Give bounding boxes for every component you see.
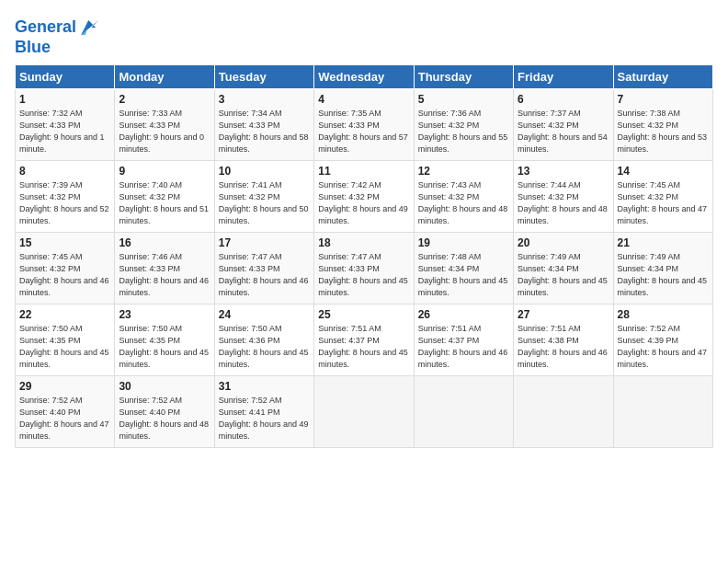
calendar-cell — [414, 375, 513, 447]
calendar-cell: 16 Sunrise: 7:46 AM Sunset: 4:33 PM Dayl… — [115, 232, 214, 304]
day-number: 7 — [618, 93, 709, 106]
day-number: 4 — [318, 93, 409, 106]
day-info: Sunrise: 7:45 AM Sunset: 4:32 PM Dayligh… — [618, 179, 709, 227]
day-info: Sunrise: 7:48 AM Sunset: 4:34 PM Dayligh… — [418, 251, 509, 299]
calendar-table: SundayMondayTuesdayWednesdayThursdayFrid… — [15, 64, 713, 448]
day-number: 30 — [119, 380, 210, 393]
day-number: 23 — [119, 308, 210, 321]
calendar-cell: 2 Sunrise: 7:33 AM Sunset: 4:33 PM Dayli… — [115, 88, 214, 160]
calendar-cell: 27 Sunrise: 7:51 AM Sunset: 4:38 PM Dayl… — [514, 304, 613, 375]
logo-text: General — [15, 18, 76, 37]
day-number: 31 — [219, 380, 310, 393]
calendar-cell: 9 Sunrise: 7:40 AM Sunset: 4:32 PM Dayli… — [115, 160, 214, 232]
calendar-cell: 31 Sunrise: 7:52 AM Sunset: 4:41 PM Dayl… — [214, 375, 313, 447]
calendar-cell: 13 Sunrise: 7:44 AM Sunset: 4:32 PM Dayl… — [514, 160, 613, 232]
logo-icon — [78, 17, 100, 39]
day-info: Sunrise: 7:50 AM Sunset: 4:35 PM Dayligh… — [19, 323, 110, 371]
calendar-cell: 30 Sunrise: 7:52 AM Sunset: 4:40 PM Dayl… — [115, 375, 214, 447]
day-info: Sunrise: 7:42 AM Sunset: 4:32 PM Dayligh… — [318, 179, 409, 227]
day-number: 2 — [119, 93, 210, 106]
day-info: Sunrise: 7:40 AM Sunset: 4:32 PM Dayligh… — [119, 179, 210, 227]
calendar-cell: 24 Sunrise: 7:50 AM Sunset: 4:36 PM Dayl… — [214, 304, 313, 375]
calendar-cell: 19 Sunrise: 7:48 AM Sunset: 4:34 PM Dayl… — [414, 232, 513, 304]
logo-text2: Blue — [15, 39, 100, 57]
day-info: Sunrise: 7:51 AM Sunset: 4:37 PM Dayligh… — [318, 323, 409, 371]
calendar-cell: 28 Sunrise: 7:52 AM Sunset: 4:39 PM Dayl… — [613, 304, 712, 375]
day-number: 21 — [618, 236, 709, 249]
weekday-sunday: Sunday — [16, 64, 115, 88]
day-info: Sunrise: 7:39 AM Sunset: 4:32 PM Dayligh… — [19, 179, 110, 227]
weekday-tuesday: Tuesday — [214, 64, 313, 88]
day-number: 15 — [19, 236, 110, 249]
day-number: 20 — [518, 236, 609, 249]
day-number: 19 — [418, 236, 509, 249]
day-number: 27 — [518, 308, 609, 321]
day-info: Sunrise: 7:46 AM Sunset: 4:33 PM Dayligh… — [119, 251, 210, 299]
day-info: Sunrise: 7:38 AM Sunset: 4:32 PM Dayligh… — [618, 108, 709, 155]
week-row-1: 8 Sunrise: 7:39 AM Sunset: 4:32 PM Dayli… — [16, 160, 713, 232]
day-info: Sunrise: 7:49 AM Sunset: 4:34 PM Dayligh… — [618, 251, 709, 299]
calendar-cell: 15 Sunrise: 7:45 AM Sunset: 4:32 PM Dayl… — [16, 232, 115, 304]
day-info: Sunrise: 7:44 AM Sunset: 4:32 PM Dayligh… — [518, 179, 609, 227]
day-info: Sunrise: 7:41 AM Sunset: 4:32 PM Dayligh… — [219, 179, 310, 227]
day-info: Sunrise: 7:35 AM Sunset: 4:33 PM Dayligh… — [318, 108, 409, 155]
day-number: 14 — [618, 165, 709, 178]
day-info: Sunrise: 7:47 AM Sunset: 4:33 PM Dayligh… — [219, 251, 310, 299]
day-number: 6 — [518, 93, 609, 106]
day-info: Sunrise: 7:52 AM Sunset: 4:40 PM Dayligh… — [119, 395, 210, 442]
day-number: 25 — [318, 308, 409, 321]
weekday-saturday: Saturday — [613, 64, 712, 88]
day-number: 13 — [518, 165, 609, 178]
day-number: 24 — [219, 308, 310, 321]
day-info: Sunrise: 7:36 AM Sunset: 4:32 PM Dayligh… — [418, 108, 509, 155]
day-info: Sunrise: 7:52 AM Sunset: 4:39 PM Dayligh… — [618, 323, 709, 371]
week-row-2: 15 Sunrise: 7:45 AM Sunset: 4:32 PM Dayl… — [16, 232, 713, 304]
calendar-cell: 7 Sunrise: 7:38 AM Sunset: 4:32 PM Dayli… — [613, 88, 712, 160]
calendar-cell: 25 Sunrise: 7:51 AM Sunset: 4:37 PM Dayl… — [314, 304, 414, 375]
day-number: 11 — [318, 165, 409, 178]
weekday-wednesday: Wednesday — [314, 64, 414, 88]
day-info: Sunrise: 7:47 AM Sunset: 4:33 PM Dayligh… — [318, 251, 409, 299]
day-number: 16 — [119, 236, 210, 249]
week-row-3: 22 Sunrise: 7:50 AM Sunset: 4:35 PM Dayl… — [16, 304, 713, 375]
day-number: 29 — [19, 380, 110, 393]
calendar-cell: 1 Sunrise: 7:32 AM Sunset: 4:33 PM Dayli… — [16, 88, 115, 160]
day-number: 1 — [19, 93, 110, 106]
day-info: Sunrise: 7:49 AM Sunset: 4:34 PM Dayligh… — [518, 251, 609, 299]
weekday-monday: Monday — [115, 64, 214, 88]
day-info: Sunrise: 7:52 AM Sunset: 4:41 PM Dayligh… — [219, 395, 310, 442]
day-number: 8 — [19, 165, 110, 178]
calendar-cell: 20 Sunrise: 7:49 AM Sunset: 4:34 PM Dayl… — [514, 232, 613, 304]
calendar-cell: 23 Sunrise: 7:50 AM Sunset: 4:35 PM Dayl… — [115, 304, 214, 375]
calendar-cell: 10 Sunrise: 7:41 AM Sunset: 4:32 PM Dayl… — [214, 160, 313, 232]
weekday-header-row: SundayMondayTuesdayWednesdayThursdayFrid… — [16, 64, 713, 88]
day-number: 5 — [418, 93, 509, 106]
week-row-0: 1 Sunrise: 7:32 AM Sunset: 4:33 PM Dayli… — [16, 88, 713, 160]
calendar-cell: 11 Sunrise: 7:42 AM Sunset: 4:32 PM Dayl… — [314, 160, 414, 232]
day-info: Sunrise: 7:33 AM Sunset: 4:33 PM Dayligh… — [119, 108, 210, 155]
calendar-cell — [514, 375, 613, 447]
day-number: 17 — [219, 236, 310, 249]
day-number: 18 — [318, 236, 409, 249]
calendar-cell: 29 Sunrise: 7:52 AM Sunset: 4:40 PM Dayl… — [16, 375, 115, 447]
day-info: Sunrise: 7:51 AM Sunset: 4:37 PM Dayligh… — [418, 323, 509, 371]
calendar-cell: 18 Sunrise: 7:47 AM Sunset: 4:33 PM Dayl… — [314, 232, 414, 304]
calendar-cell: 21 Sunrise: 7:49 AM Sunset: 4:34 PM Dayl… — [613, 232, 712, 304]
calendar-cell — [314, 375, 414, 447]
calendar-cell: 12 Sunrise: 7:43 AM Sunset: 4:32 PM Dayl… — [414, 160, 513, 232]
day-info: Sunrise: 7:45 AM Sunset: 4:32 PM Dayligh… — [19, 251, 110, 299]
calendar-cell: 17 Sunrise: 7:47 AM Sunset: 4:33 PM Dayl… — [214, 232, 313, 304]
day-number: 26 — [418, 308, 509, 321]
calendar-cell: 6 Sunrise: 7:37 AM Sunset: 4:32 PM Dayli… — [514, 88, 613, 160]
calendar-cell: 8 Sunrise: 7:39 AM Sunset: 4:32 PM Dayli… — [16, 160, 115, 232]
page: General Blue SundayMondayTuesdayWednesda… — [0, 0, 728, 563]
logo: General Blue — [15, 17, 100, 57]
day-info: Sunrise: 7:50 AM Sunset: 4:36 PM Dayligh… — [219, 323, 310, 371]
weekday-friday: Friday — [514, 64, 613, 88]
day-info: Sunrise: 7:51 AM Sunset: 4:38 PM Dayligh… — [518, 323, 609, 371]
day-info: Sunrise: 7:43 AM Sunset: 4:32 PM Dayligh… — [418, 179, 509, 227]
day-info: Sunrise: 7:50 AM Sunset: 4:35 PM Dayligh… — [119, 323, 210, 371]
day-number: 28 — [618, 308, 709, 321]
calendar-cell — [613, 375, 712, 447]
calendar-cell: 4 Sunrise: 7:35 AM Sunset: 4:33 PM Dayli… — [314, 88, 414, 160]
